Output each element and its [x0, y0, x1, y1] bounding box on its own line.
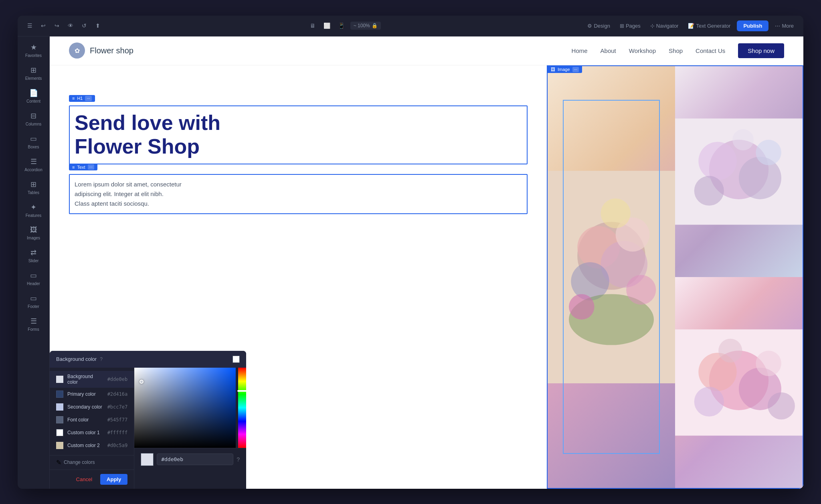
svg-point-14 — [694, 176, 724, 205]
flower-grid — [548, 66, 803, 488]
swatch-custom1 — [56, 429, 63, 436]
design-button[interactable]: ⚙ Design — [584, 21, 613, 30]
preview-button[interactable]: 👁 — [65, 20, 76, 31]
swatch-secondary — [56, 403, 63, 411]
swatch-font — [56, 416, 63, 423]
sidebar-item-elements[interactable]: ⊞ Elements — [21, 63, 47, 84]
sidebar-item-label: Footer — [28, 304, 39, 309]
logo-text: Flower shop — [90, 46, 133, 55]
nav-link-contact[interactable]: Contact Us — [696, 47, 725, 54]
site-logo: ✿ Flower shop — [69, 43, 133, 59]
sidebar-item-accordion[interactable]: ☰ Accordion — [21, 154, 47, 175]
change-colors-text: Change colors — [64, 459, 95, 465]
swatch-row-background[interactable]: Background color #dde0eb — [50, 371, 134, 388]
text-gen-icon: 📝 — [688, 23, 694, 29]
text-more-button[interactable]: ··· — [88, 164, 94, 170]
menu-button[interactable]: ☰ — [24, 20, 35, 31]
share-button[interactable]: ⬆ — [92, 20, 103, 31]
swatch-custom2 — [56, 442, 63, 449]
text-content: Lorem ipsum dolor sit amet, consectetur … — [75, 180, 522, 208]
images-icon: 🖼 — [30, 226, 37, 234]
hero-right: 🖼 Image ··· — [547, 65, 803, 489]
color-help-icon[interactable]: ? — [237, 456, 240, 463]
publish-button[interactable]: Publish — [737, 20, 768, 31]
text-tag: ≡ Text ··· — [69, 164, 97, 170]
h1-tag-icon: ≡ — [72, 96, 75, 101]
gradient-color-box[interactable] — [134, 368, 236, 448]
cancel-button[interactable]: Cancel — [71, 474, 97, 485]
mobile-view-button[interactable]: 📱 — [336, 20, 347, 31]
hue-indicator — [237, 390, 246, 392]
navigator-button[interactable]: ⊹ Navigator — [647, 21, 682, 30]
svg-point-12 — [698, 142, 736, 180]
swatch-background — [56, 376, 63, 383]
favorites-icon: ★ — [30, 43, 37, 52]
swatch-value-custom1: #ffffff — [107, 430, 128, 435]
sidebar-item-columns[interactable]: ⊟ Columns — [21, 108, 47, 130]
sidebar-item-label: Features — [26, 213, 41, 218]
swatch-row-custom1[interactable]: Custom color 1 #ffffff — [50, 426, 134, 439]
sidebar-item-tables[interactable]: ⊞ Tables — [21, 177, 47, 198]
sidebar-item-header[interactable]: ▭ Header — [21, 268, 47, 289]
swatch-row-font[interactable]: Font color #545f77 — [50, 413, 134, 426]
text-gen-button[interactable]: 📝 Text Generator — [685, 21, 734, 30]
color-hex-input[interactable] — [157, 453, 233, 465]
color-panel-white-box[interactable] — [233, 356, 240, 363]
sidebar-item-label: Images — [27, 236, 40, 240]
toolbar-right: ⚙ Design ⊞ Pages ⊹ Navigator 📝 Text Gene… — [584, 20, 797, 31]
forms-icon: ☰ — [30, 317, 37, 326]
apply-button[interactable]: Apply — [100, 474, 127, 485]
redo-button[interactable]: ↪ — [51, 20, 63, 31]
text-tag-icon: ≡ — [72, 165, 75, 170]
swatch-row-secondary[interactable]: Secondary color #bcc7e7 — [50, 401, 134, 413]
logo-flower-icon: ✿ — [75, 47, 80, 55]
left-sidebar: ★ Favorites ⊞ Elements 📄 Content ⊟ Colum… — [18, 36, 50, 489]
text-element: ≡ Text ··· Lorem ipsum dolor sit amet, c… — [69, 174, 528, 214]
image-element[interactable]: 🖼 Image ··· — [547, 65, 803, 489]
toolbar-left: ☰ ↩ ↪ 👁 ↺ ⬆ — [24, 20, 103, 31]
swatch-label-custom2: Custom color 2 — [67, 443, 103, 448]
zoom-badge[interactable]: ~ 100% 🔒 — [350, 22, 381, 30]
nav-link-about[interactable]: About — [601, 47, 616, 54]
nav-link-workshop[interactable]: Workshop — [629, 47, 656, 54]
swatch-row-primary[interactable]: Primary color #2d416a — [50, 388, 134, 401]
color-panel-info-icon[interactable]: ? — [100, 356, 103, 362]
swatch-row-custom2[interactable]: Custom color 2 #d0c5a9 — [50, 439, 134, 452]
h1-box[interactable]: Send love with Flower Shop — [69, 105, 528, 165]
hue-strip[interactable] — [238, 368, 246, 448]
change-colors-row[interactable]: ✎ Change colors — [50, 455, 134, 470]
sidebar-item-footer[interactable]: ▭ Footer — [21, 291, 47, 312]
gradient-cursor[interactable] — [140, 380, 144, 384]
canvas-area: ✿ Flower shop Home About Workshop Shop C… — [50, 36, 803, 489]
svg-point-21 — [694, 387, 724, 416]
sidebar-item-label: Elements — [25, 76, 42, 81]
more-icon: ⋯ — [775, 23, 780, 29]
more-button[interactable]: ⋯ More — [772, 21, 797, 30]
undo-button[interactable]: ↩ — [38, 20, 49, 31]
sidebar-item-images[interactable]: 🖼 Images — [21, 223, 47, 243]
sidebar-item-slider[interactable]: ⇄ Slider — [21, 245, 47, 266]
sidebar-item-features[interactable]: ✦ Features — [21, 200, 47, 221]
change-colors-edit-icon: ✎ — [56, 459, 61, 466]
refresh-button[interactable]: ↺ — [79, 20, 90, 31]
color-picker-bottom: ? — [134, 448, 246, 471]
sidebar-item-label: Favorites — [25, 53, 42, 58]
svg-point-23 — [718, 338, 742, 362]
svg-point-22 — [756, 350, 781, 376]
sidebar-item-forms[interactable]: ☰ Forms — [21, 314, 47, 335]
tablet-view-button[interactable]: ⬜ — [322, 20, 333, 31]
nav-link-home[interactable]: Home — [572, 47, 588, 54]
sidebar-item-content[interactable]: 📄 Content — [21, 85, 47, 107]
swatch-value-secondary: #bcc7e7 — [107, 404, 128, 410]
h1-more-button[interactable]: ··· — [85, 96, 91, 101]
flower-svg-2 — [675, 66, 803, 277]
sidebar-item-boxes[interactable]: ▭ Boxes — [21, 131, 47, 152]
image-more-button[interactable]: ··· — [572, 67, 579, 72]
pages-button[interactable]: ⊞ Pages — [617, 21, 644, 30]
shop-now-button[interactable]: Shop now — [738, 43, 784, 58]
desktop-view-button[interactable]: 🖥 — [307, 20, 318, 31]
svg-point-24 — [768, 392, 795, 419]
text-box[interactable]: Lorem ipsum dolor sit amet, consectetur … — [69, 174, 528, 214]
sidebar-item-favorites[interactable]: ★ Favorites — [21, 40, 47, 61]
nav-link-shop[interactable]: Shop — [669, 47, 683, 54]
